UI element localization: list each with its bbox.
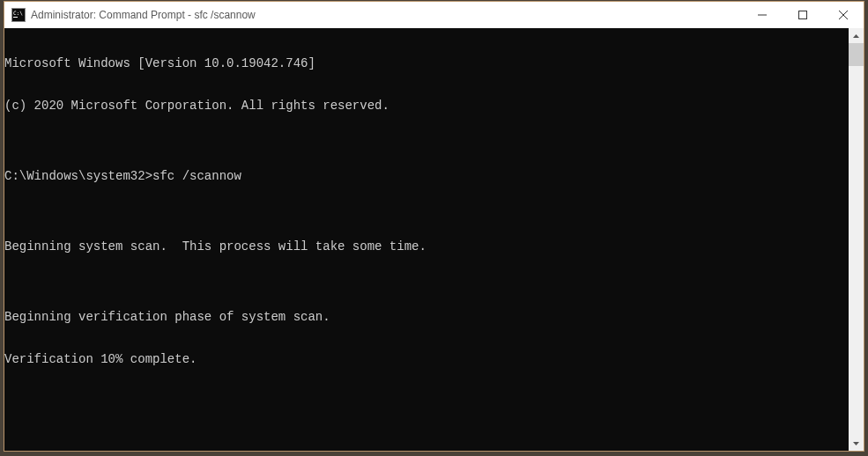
terminal-line: C:\Windows\system32>sfc /scannow: [4, 169, 849, 183]
terminal-line: Microsoft Windows [Version 10.0.19042.74…: [4, 56, 849, 70]
minimize-button[interactable]: [742, 2, 783, 28]
vertical-scrollbar[interactable]: [849, 28, 864, 451]
scroll-thumb[interactable]: [849, 43, 864, 66]
close-button[interactable]: [823, 2, 864, 28]
svg-text:C:\: C:\: [13, 10, 23, 16]
titlebar[interactable]: C:\ Administrator: Command Prompt - sfc …: [4, 2, 864, 28]
svg-marker-8: [853, 34, 859, 38]
scroll-down-button[interactable]: [849, 436, 864, 451]
terminal-line: (c) 2020 Microsoft Corporation. All righ…: [4, 99, 849, 113]
terminal-line: Verification 10% complete.: [4, 352, 849, 366]
terminal-line: Beginning system scan. This process will…: [4, 239, 849, 254]
command-prompt-window: C:\ Administrator: Command Prompt - sfc …: [4, 1, 864, 452]
svg-rect-5: [799, 11, 807, 19]
titlebar-buttons: [742, 2, 864, 28]
client-area: Microsoft Windows [Version 10.0.19042.74…: [4, 28, 864, 451]
terminal-line: Beginning verification phase of system s…: [4, 310, 849, 324]
maximize-button[interactable]: [783, 2, 823, 28]
terminal-output[interactable]: Microsoft Windows [Version 10.0.19042.74…: [4, 28, 849, 451]
window-title: Administrator: Command Prompt - sfc /sca…: [31, 9, 742, 21]
cmd-icon: C:\: [11, 8, 26, 22]
scroll-up-button[interactable]: [849, 28, 864, 43]
svg-marker-9: [853, 442, 859, 445]
svg-rect-3: [13, 17, 18, 18]
